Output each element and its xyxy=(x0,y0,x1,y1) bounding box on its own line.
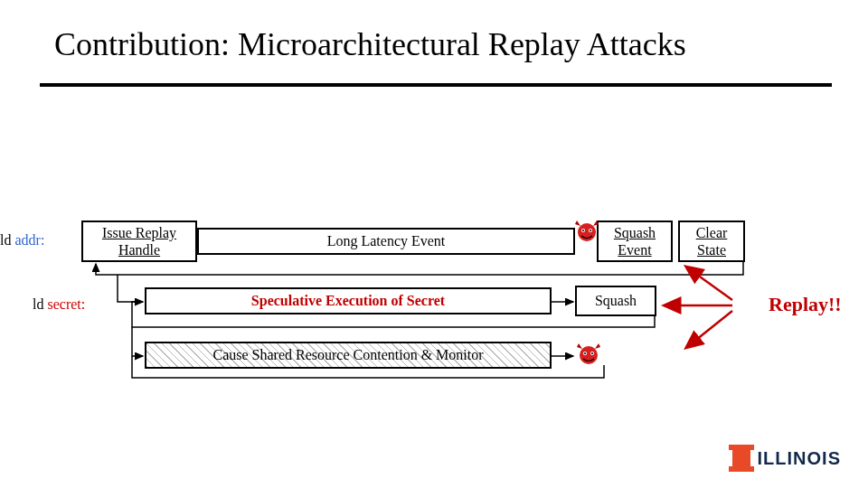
svg-point-4 xyxy=(590,230,591,231)
illinois-logo: ILLINOIS xyxy=(732,445,841,472)
label-ld-addr: ld addr: xyxy=(0,232,44,249)
svg-point-8 xyxy=(584,352,586,354)
box-issue-replay-handle: Issue Replay Handle xyxy=(81,221,197,262)
arrow-replay-1 xyxy=(687,267,732,300)
label-ld-addr-prefix: ld xyxy=(0,232,14,248)
svg-point-9 xyxy=(591,352,593,354)
box-long-latency-event: Long Latency Event xyxy=(197,228,575,255)
box-contention-monitor: Cause Shared Resource Contention & Monit… xyxy=(145,342,552,369)
label-ld-secret-prefix: ld xyxy=(33,296,47,312)
illinois-block-i-icon xyxy=(732,445,750,472)
svg-point-3 xyxy=(582,230,584,231)
arrow-clearstate-to-issue xyxy=(96,262,743,275)
label-ld-addr-var: addr: xyxy=(14,232,44,248)
arrow-row1-to-specexec xyxy=(118,275,143,302)
slide-title: Contribution: Microarchitectural Replay … xyxy=(54,25,832,63)
arrow-replay-3 xyxy=(687,311,732,347)
replay-label: Replay!! xyxy=(769,293,842,316)
illinois-wordmark: ILLINOIS xyxy=(758,448,841,469)
box-squash-event: Squash Event xyxy=(597,221,673,262)
title-rule xyxy=(40,83,832,87)
label-ld-secret-var: secret: xyxy=(47,296,85,312)
box-speculative-execution: Speculative Execution of Secret xyxy=(145,287,552,314)
box-clear-state: Clear State xyxy=(678,221,745,262)
devil-icon xyxy=(575,340,602,365)
label-ld-secret: ld secret: xyxy=(33,296,85,313)
arrow-row2-to-contention xyxy=(132,327,143,356)
slide: Contribution: Microarchitectural Replay … xyxy=(0,0,868,488)
box-squash: Squash xyxy=(575,286,656,316)
devil-icon xyxy=(573,217,600,242)
